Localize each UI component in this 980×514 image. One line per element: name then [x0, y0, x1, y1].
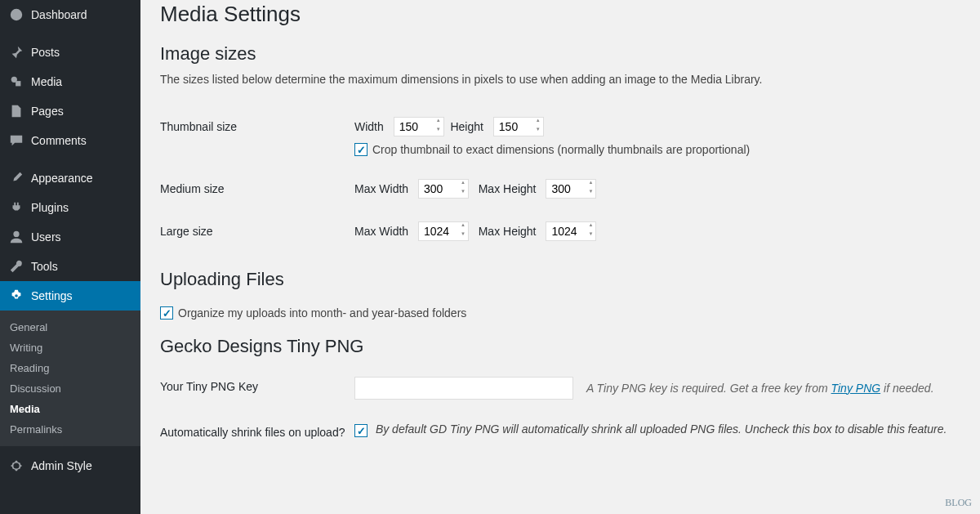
height-label: Height: [450, 120, 483, 133]
sidebar-item-label: Tools: [31, 260, 58, 273]
submenu-item-reading[interactable]: Reading: [0, 358, 140, 378]
sidebar-item-users[interactable]: Users: [0, 222, 140, 252]
sidebar-item-pages[interactable]: Pages: [0, 96, 140, 126]
svg-point-1: [13, 231, 19, 237]
user-icon: [8, 229, 24, 245]
comment-icon: [8, 132, 24, 149]
sidebar-item-label: Pages: [31, 105, 64, 118]
sidebar-item-dashboard[interactable]: Dashboard: [0, 0, 140, 29]
auto-shrink-label: Automatically shrink files on upload?: [160, 411, 354, 454]
pin-icon: [8, 44, 24, 60]
submenu-item-general[interactable]: General: [0, 317, 140, 337]
medium-size-label: Medium size: [160, 168, 354, 210]
width-label: Width: [354, 120, 384, 133]
sidebar-item-label: Settings: [31, 289, 73, 302]
spinner-icon[interactable]: ▲▼: [533, 118, 543, 136]
max-width-label: Max Width: [354, 182, 408, 195]
submenu-item-writing[interactable]: Writing: [0, 337, 140, 358]
plug-icon: [8, 199, 24, 216]
spinner-icon[interactable]: ▲▼: [586, 222, 595, 240]
sidebar-item-label: Users: [31, 230, 61, 244]
hint-text: A Tiny PNG key is required. Get a free k…: [586, 382, 831, 395]
page-icon: [8, 103, 24, 119]
sidebar-item-label: Admin Style: [31, 459, 92, 472]
sidebar-item-admin-style[interactable]: Admin Style: [0, 451, 140, 480]
content-area: Media Settings Image sizes The sizes lis…: [140, 0, 980, 514]
organize-uploads-checkbox[interactable]: [160, 306, 173, 320]
brush-icon: [8, 170, 24, 186]
svg-point-2: [15, 294, 18, 297]
spinner-icon[interactable]: ▲▼: [586, 180, 595, 198]
tiny-png-key-label: Your Tiny PNG Key: [160, 365, 354, 411]
thumbnail-size-label: Thumbnail size: [160, 105, 354, 168]
section-uploading-files: Uploading Files: [160, 269, 980, 290]
sidebar-item-label: Appearance: [31, 172, 93, 185]
hint-text: if needed.: [880, 382, 933, 395]
submenu-item-media[interactable]: Media: [0, 399, 140, 419]
page-title: Media Settings: [160, 0, 980, 27]
tiny-png-link[interactable]: Tiny PNG: [831, 382, 881, 395]
admin-sidebar: Dashboard Posts Media Pages Comments App…: [0, 0, 140, 514]
settings-icon: [8, 288, 24, 304]
crop-thumbnail-checkbox[interactable]: [354, 143, 368, 156]
section-tiny-png: Gecko Designs Tiny PNG: [160, 336, 980, 357]
auto-shrink-description: By default GD Tiny PNG will automaticall…: [376, 422, 947, 436]
max-height-label: Max Height: [479, 182, 537, 195]
sidebar-item-label: Comments: [31, 134, 87, 147]
sidebar-item-tools[interactable]: Tools: [0, 252, 140, 281]
dashboard-icon: [8, 7, 24, 23]
tiny-png-key-input[interactable]: [354, 377, 573, 400]
wrench-icon: [8, 258, 24, 275]
spinner-icon[interactable]: ▲▼: [434, 118, 443, 136]
max-height-label: Max Height: [479, 225, 537, 238]
media-icon: [8, 74, 24, 90]
organize-uploads-label: Organize my uploads into month- and year…: [178, 306, 466, 320]
gear-icon: [8, 458, 24, 474]
tiny-png-table: Your Tiny PNG Key A Tiny PNG key is requ…: [160, 365, 980, 454]
submenu-item-discussion[interactable]: Discussion: [0, 378, 140, 399]
sidebar-item-label: Posts: [31, 46, 60, 59]
sidebar-item-label: Plugins: [31, 201, 69, 214]
sidebar-item-comments[interactable]: Comments: [0, 126, 140, 155]
sidebar-item-settings[interactable]: Settings: [0, 281, 140, 311]
image-sizes-table: Thumbnail size Width ▲▼ Height ▲▼ Crop t…: [160, 105, 980, 253]
large-size-label: Large size: [160, 210, 354, 253]
sidebar-item-label: Media: [31, 75, 62, 88]
sidebar-item-appearance[interactable]: Appearance: [0, 163, 140, 193]
spinner-icon[interactable]: ▲▼: [458, 180, 468, 198]
sidebar-item-plugins[interactable]: Plugins: [0, 193, 140, 222]
image-sizes-description: The sizes listed below determine the max…: [160, 73, 980, 86]
settings-submenu: General Writing Reading Discussion Media…: [0, 311, 140, 446]
section-image-sizes: Image sizes: [160, 43, 980, 65]
watermark: BLOG: [945, 497, 972, 509]
sidebar-item-label: Dashboard: [31, 8, 87, 21]
tiny-png-key-hint: A Tiny PNG key is required. Get a free k…: [586, 382, 934, 395]
max-width-label: Max Width: [354, 225, 408, 238]
sidebar-item-posts[interactable]: Posts: [0, 38, 140, 67]
auto-shrink-checkbox[interactable]: [354, 424, 368, 437]
sidebar-item-media[interactable]: Media: [0, 67, 140, 96]
submenu-item-permalinks[interactable]: Permalinks: [0, 419, 140, 440]
crop-thumbnail-label: Crop thumbnail to exact dimensions (norm…: [372, 143, 750, 156]
spinner-icon[interactable]: ▲▼: [458, 222, 468, 240]
